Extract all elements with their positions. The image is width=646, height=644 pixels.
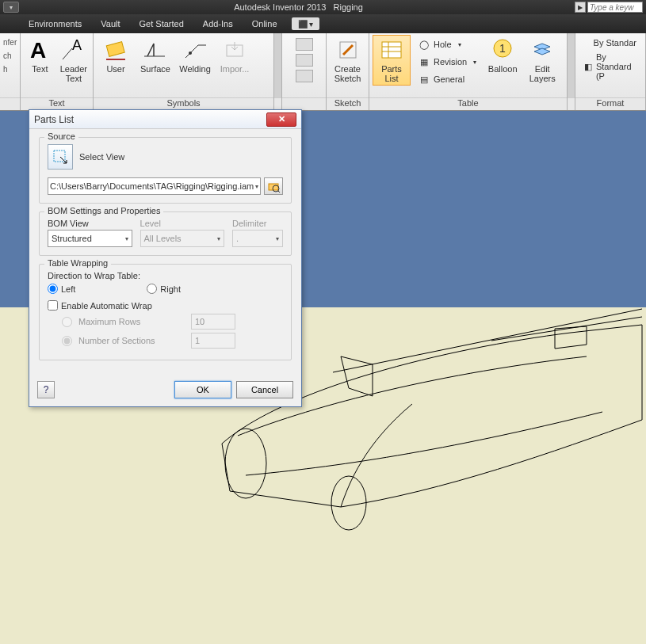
menu-item-vault[interactable]: Vault bbox=[91, 14, 129, 33]
by-standard-button[interactable]: By Standar bbox=[580, 36, 640, 49]
menu-item-environments[interactable]: Environments bbox=[19, 14, 91, 33]
parts-list-icon bbox=[379, 37, 404, 63]
direction-label: Direction to Wrap Table: bbox=[48, 271, 283, 280]
browse-icon bbox=[267, 180, 280, 192]
sections-label: Number of Sections bbox=[78, 336, 155, 345]
max-rows-radio bbox=[62, 317, 72, 327]
wrap-right-radio[interactable]: Right bbox=[147, 284, 181, 294]
menu-bar: Environments Vault Get Started Add-Ins O… bbox=[0, 14, 646, 33]
source-path-combo[interactable]: C:\Users\Barry\Documents\TAG\Rigging\Rig… bbox=[48, 177, 261, 195]
balloon-icon: 1 bbox=[490, 37, 515, 63]
balloon-button[interactable]: 1 Balloon bbox=[484, 35, 522, 76]
ribbon-fragment: nfer bbox=[3, 38, 17, 47]
wrap-left-radio[interactable]: Left bbox=[48, 284, 75, 294]
select-view-label: Select View bbox=[79, 152, 124, 162]
level-combo: All Levels▾ bbox=[140, 230, 225, 247]
welding-button[interactable]: Welding bbox=[176, 35, 214, 76]
revision-button[interactable]: ▦Revision▾ bbox=[414, 54, 480, 70]
sketch-mini-icons[interactable] bbox=[296, 35, 313, 86]
svg-rect-3 bbox=[106, 42, 124, 57]
dialog-title: Parts List bbox=[34, 114, 74, 125]
wrap-legend: Table Wrapping bbox=[44, 258, 111, 268]
panel-label-table: Table bbox=[369, 97, 567, 110]
leader-text-button[interactable]: A Leader Text bbox=[58, 35, 90, 86]
svg-rect-11 bbox=[382, 42, 401, 58]
menu-item-get-started[interactable]: Get Started bbox=[130, 14, 193, 33]
edit-layers-icon bbox=[529, 37, 555, 63]
sections-radio bbox=[62, 336, 72, 346]
svg-text:A: A bbox=[30, 38, 46, 63]
source-group: Source Select View C:\Users\Barry\Docume… bbox=[39, 137, 292, 204]
menu-item-online[interactable]: Online bbox=[243, 14, 287, 33]
parts-list-button[interactable]: Parts List bbox=[373, 35, 411, 86]
svg-line-22 bbox=[278, 191, 280, 192]
user-symbol-button[interactable]: User bbox=[97, 35, 135, 76]
title-bar: ▾ Autodesk Inventor 2013 Rigging ▶ bbox=[0, 0, 646, 14]
max-rows-input bbox=[191, 314, 235, 330]
select-view-icon bbox=[52, 149, 68, 165]
max-rows-label: Maximum Rows bbox=[78, 317, 140, 326]
level-label: Level bbox=[140, 219, 225, 228]
search-input[interactable] bbox=[587, 2, 643, 13]
edit-layers-button[interactable]: Edit Layers bbox=[523, 35, 561, 86]
ribbon-fragment: ch bbox=[3, 51, 12, 60]
import-icon bbox=[222, 37, 247, 63]
panel-label-text: Text bbox=[21, 97, 93, 110]
text-icon: A bbox=[27, 37, 52, 63]
panel-label bbox=[0, 97, 20, 110]
welding-icon bbox=[182, 37, 208, 63]
revision-icon: ▦ bbox=[418, 55, 430, 68]
sections-input bbox=[191, 333, 235, 349]
menu-extras[interactable]: ⬛ ▾ bbox=[292, 17, 320, 30]
hole-button[interactable]: ◯Hole▾ bbox=[414, 36, 480, 52]
leader-text-icon: A bbox=[61, 37, 86, 63]
create-sketch-icon bbox=[335, 37, 361, 63]
user-symbol-icon bbox=[103, 37, 128, 63]
ribbon-fragment: h bbox=[3, 65, 8, 74]
general-icon: ▤ bbox=[418, 73, 430, 86]
menu-item-partial[interactable] bbox=[0, 14, 19, 33]
search-toggle-icon[interactable]: ▶ bbox=[575, 2, 586, 13]
ribbon: nfer ch h A Text A Leader Text Text User bbox=[0, 33, 646, 111]
svg-text:1: 1 bbox=[499, 42, 506, 55]
svg-text:A: A bbox=[72, 37, 82, 53]
sections-row: Number of Sections bbox=[62, 333, 283, 349]
surface-icon bbox=[143, 37, 168, 63]
bom-group: BOM Settings and Properties BOM View Str… bbox=[39, 211, 292, 256]
text-button[interactable]: A Text bbox=[24, 35, 56, 76]
app-title: Autodesk Inventor 2013 Rigging bbox=[22, 2, 575, 12]
close-button[interactable]: ✕ bbox=[266, 112, 296, 127]
panel-label-sketch: Sketch bbox=[327, 97, 369, 110]
svg-line-6 bbox=[185, 45, 198, 58]
help-button[interactable]: ? bbox=[37, 381, 55, 398]
cancel-button[interactable]: Cancel bbox=[236, 381, 293, 398]
svg-point-17 bbox=[225, 429, 266, 498]
import-button[interactable]: Impor... bbox=[216, 35, 254, 76]
hole-icon: ◯ bbox=[418, 38, 430, 51]
menu-item-add-ins[interactable]: Add-Ins bbox=[193, 14, 243, 33]
delimiter-label: Delimiter bbox=[232, 219, 283, 228]
enable-auto-wrap-check[interactable]: Enable Automatic Wrap bbox=[48, 300, 283, 311]
browse-button[interactable] bbox=[264, 177, 283, 195]
dialog-titlebar[interactable]: Parts List ✕ bbox=[29, 110, 301, 129]
wrap-group: Table Wrapping Direction to Wrap Table: … bbox=[39, 264, 292, 360]
bom-view-combo[interactable]: Structured▾ bbox=[48, 230, 132, 247]
create-sketch-button[interactable]: Create Sketch bbox=[330, 35, 365, 86]
layer-icon: ◧ bbox=[584, 60, 593, 73]
select-view-button[interactable] bbox=[48, 144, 73, 170]
panel-label-symbols: Symbols bbox=[94, 97, 273, 110]
ok-button[interactable]: OK bbox=[174, 381, 231, 398]
qat-dropdown-icon[interactable]: ▾ bbox=[3, 2, 19, 13]
help-search: ▶ bbox=[575, 2, 643, 13]
svg-point-8 bbox=[189, 51, 192, 55]
svg-point-18 bbox=[331, 476, 366, 530]
general-button[interactable]: ▤General bbox=[414, 71, 480, 87]
parts-list-dialog: Parts List ✕ Source Select View C:\Users… bbox=[29, 109, 302, 407]
panel-label-format: Format bbox=[575, 97, 645, 110]
bom-view-label: BOM View bbox=[48, 219, 132, 228]
surface-button[interactable]: Surface bbox=[136, 35, 174, 76]
bom-legend: BOM Settings and Properties bbox=[44, 206, 163, 215]
by-standard-p-button[interactable]: ◧By Standard (P bbox=[580, 51, 640, 82]
max-rows-row: Maximum Rows bbox=[62, 314, 283, 330]
help-icon: ? bbox=[44, 384, 49, 395]
